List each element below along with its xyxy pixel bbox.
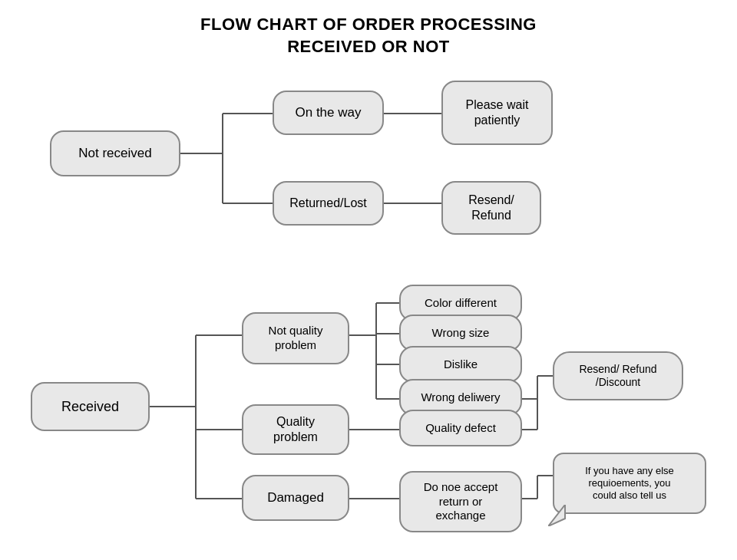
please-wait-node: Please wait patiently	[441, 81, 553, 145]
not-received-node: Not received	[50, 130, 180, 176]
if-you-have-node: If you have any else requioements, you c…	[553, 453, 706, 514]
do-noe-accept-node: Do noe accept return or exchange	[399, 471, 522, 532]
not-quality-node: Not quality problem	[242, 312, 349, 364]
page-title: FLOW CHART OF ORDER PROCESSING RECEIVED …	[0, 0, 737, 58]
resend-refund-top-node: Resend/ Refund	[441, 181, 541, 235]
svg-marker-28	[548, 505, 565, 526]
resend-refund-discount-node: Resend/ Refund /Discount	[553, 351, 683, 400]
returned-lost-node: Returned/Lost	[273, 181, 384, 226]
received-node: Received	[31, 382, 150, 431]
on-the-way-node: On the way	[273, 91, 384, 135]
dislike-node: Dislike	[399, 346, 522, 383]
damaged-node: Damaged	[242, 475, 349, 521]
quality-defect-node: Quality defect	[399, 410, 522, 446]
quality-problem-node: Quality problem	[242, 404, 349, 455]
